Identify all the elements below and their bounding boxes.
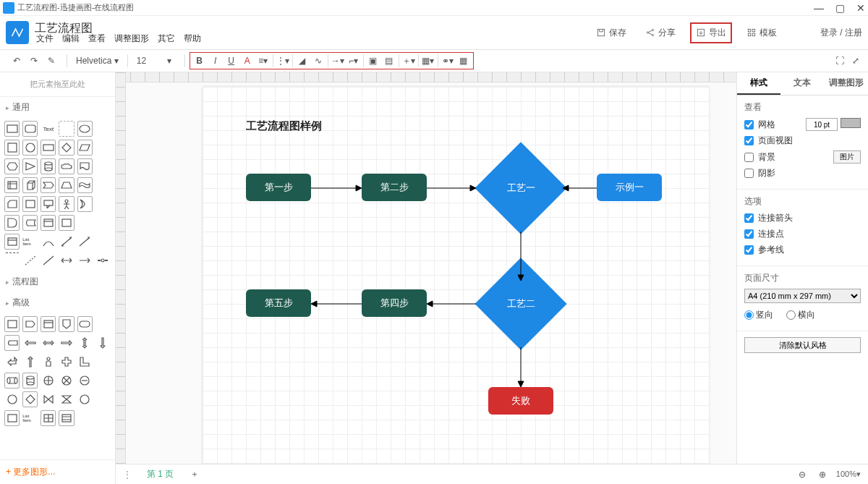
adv-bowtie[interactable]	[41, 391, 56, 407]
shape-cube[interactable]	[22, 177, 38, 193]
conn-arrow-checkbox[interactable]	[744, 213, 754, 223]
adv-person[interactable]	[41, 354, 56, 370]
shape-link[interactable]	[95, 252, 111, 268]
adv-shape-3[interactable]	[41, 316, 56, 332]
adv-arrow-l[interactable]	[22, 335, 38, 351]
shape-roundrect[interactable]	[22, 121, 38, 137]
adv-collate[interactable]	[59, 391, 74, 407]
adv-lshape[interactable]	[77, 354, 93, 370]
adv-minus[interactable]	[77, 373, 93, 389]
share-button[interactable]: 分享	[641, 24, 680, 42]
link-button[interactable]: ⚭▾	[441, 54, 454, 67]
node-step5[interactable]: 第五步	[246, 289, 311, 317]
menu-edit[interactable]: 编辑	[62, 33, 80, 45]
diagram-page[interactable]: 工艺流程图样例 第一步 第二步 工艺一 示例一 第五步 第四步 工艺二 失败	[203, 87, 709, 464]
shape-data[interactable]	[22, 215, 38, 231]
login-register-link[interactable]: 登录 / 注册	[820, 27, 862, 39]
add-button[interactable]: ＋▾	[402, 54, 415, 67]
shape-actor[interactable]	[59, 196, 74, 212]
shape-step[interactable]	[41, 177, 56, 193]
shape-diamond[interactable]	[59, 140, 74, 156]
canvas-area[interactable]: 工艺流程图样例 第一步 第二步 工艺一 示例一 第五步 第四步 工艺二 失败	[116, 72, 736, 464]
shape-card[interactable]	[4, 196, 20, 212]
shape-dashed[interactable]	[4, 252, 20, 268]
page-size-select[interactable]: A4 (210 mm x 297 mm)	[744, 289, 861, 303]
minimize-button[interactable]: —	[814, 2, 824, 14]
shadow-checkbox[interactable]	[744, 169, 754, 178]
fill-color-button[interactable]: ◢	[296, 54, 309, 67]
align-button[interactable]: ≡▾	[257, 54, 270, 67]
shape-arrow-bi[interactable]	[59, 234, 74, 250]
menu-other[interactable]: 其它	[158, 33, 175, 45]
landscape-radio[interactable]	[786, 310, 796, 320]
node-example1[interactable]: 示例一	[597, 174, 662, 201]
underline-button[interactable]: U	[225, 54, 238, 67]
adv-connector[interactable]	[77, 391, 93, 407]
adv-frame[interactable]	[4, 410, 20, 426]
export-button[interactable]: 导出	[690, 22, 732, 43]
save-button[interactable]: 保存	[592, 24, 631, 42]
menu-view[interactable]: 查看	[88, 33, 106, 45]
shape-callout[interactable]	[41, 196, 56, 212]
back-button[interactable]: ▤	[383, 54, 396, 67]
bold-button[interactable]: B	[193, 54, 206, 67]
clear-style-button[interactable]: 清除默认风格	[744, 337, 861, 353]
node-step4[interactable]: 第四步	[362, 289, 427, 317]
shape-rect[interactable]	[4, 121, 20, 137]
section-advanced[interactable]: 高级	[0, 292, 115, 313]
shape-text[interactable]: Text	[41, 121, 56, 137]
menu-adjust[interactable]: 调整图形	[114, 33, 149, 45]
close-button[interactable]: ✕	[856, 2, 865, 14]
shape-list[interactable]: List Item	[22, 234, 38, 250]
expand-button[interactable]: ⤢	[849, 54, 862, 67]
shape-or[interactable]	[77, 196, 93, 212]
template-button[interactable]: 模板	[742, 24, 781, 42]
menu-file[interactable]: 文件	[36, 33, 54, 45]
fullscreen-button[interactable]: ⛶	[833, 54, 846, 67]
italic-button[interactable]: I	[209, 54, 222, 67]
adv-circle[interactable]	[4, 391, 20, 407]
add-page-button[interactable]: ＋	[188, 468, 201, 481]
bg-image-button[interactable]: 图片	[833, 150, 861, 164]
shape-process[interactable]	[41, 140, 56, 156]
adv-cross[interactable]	[59, 354, 74, 370]
conn-point-checkbox[interactable]	[744, 229, 754, 239]
adv-pie[interactable]	[41, 373, 56, 389]
shape-intern[interactable]	[4, 177, 20, 193]
adv-cyl-h[interactable]	[4, 373, 20, 389]
page-tab-1[interactable]: 第 1 页	[141, 465, 179, 483]
grid-color-swatch[interactable]	[841, 118, 861, 128]
shape-doc[interactable]	[77, 158, 93, 174]
page-menu-button[interactable]: ⋮	[123, 470, 132, 480]
adv-shape-6[interactable]	[4, 335, 20, 351]
shape-circle[interactable]	[22, 140, 38, 156]
font-color-button[interactable]: A	[241, 54, 254, 67]
shape-parallelogram[interactable]	[77, 140, 93, 156]
adv-db[interactable]	[22, 373, 38, 389]
more-shapes-link[interactable]: + 更多图形...	[0, 459, 115, 484]
shape-container2[interactable]	[59, 215, 74, 231]
adv-arrow-ud[interactable]	[77, 335, 93, 351]
shape-hex[interactable]	[4, 158, 20, 174]
front-button[interactable]: ▣	[367, 54, 380, 67]
adv-list[interactable]: List Item	[22, 410, 38, 426]
node-step1[interactable]: 第一步	[246, 174, 311, 201]
adv-arrow-bi[interactable]	[41, 335, 56, 351]
adv-shape-1[interactable]	[4, 316, 20, 332]
shape-cylinder[interactable]	[41, 158, 56, 174]
tab-text[interactable]: 文本	[780, 72, 824, 95]
size-dropdown[interactable]: ▾	[163, 54, 176, 67]
shape-line[interactable]	[41, 252, 56, 268]
maximize-button[interactable]: ▢	[835, 2, 845, 14]
arrow-button[interactable]: →▾	[331, 54, 344, 67]
shape-arrow[interactable]	[77, 234, 93, 250]
shape-dir-arrow[interactable]	[77, 252, 93, 268]
shape-ellipse[interactable]	[77, 121, 93, 137]
adv-shape-2[interactable]	[22, 316, 38, 332]
adv-corner[interactable]	[4, 354, 20, 370]
menu-help[interactable]: 帮助	[184, 33, 201, 45]
shape-cloud[interactable]	[59, 158, 74, 174]
pageview-checkbox[interactable]	[744, 136, 754, 145]
line-style-button[interactable]: ∿	[312, 54, 325, 67]
shape-square[interactable]	[4, 140, 20, 156]
